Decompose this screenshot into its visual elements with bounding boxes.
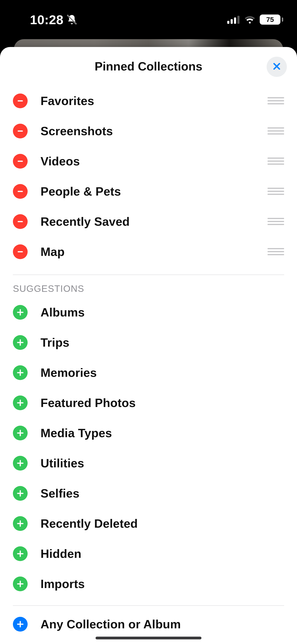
add-button[interactable] bbox=[13, 305, 28, 320]
add-button[interactable] bbox=[13, 396, 28, 410]
remove-button[interactable] bbox=[13, 154, 28, 168]
row-label: Map bbox=[40, 245, 268, 259]
minus-icon bbox=[16, 157, 24, 165]
pinned-row-videos[interactable]: Videos bbox=[0, 146, 297, 176]
suggestion-row-trips[interactable]: Trips bbox=[0, 327, 297, 358]
add-button[interactable] bbox=[13, 546, 28, 561]
pinned-row-screenshots[interactable]: Screenshots bbox=[0, 116, 297, 146]
close-button[interactable] bbox=[266, 57, 287, 77]
suggestion-row-selfies[interactable]: Selfies bbox=[0, 478, 297, 508]
battery-percent: 75 bbox=[260, 16, 280, 24]
svg-rect-5 bbox=[237, 16, 240, 24]
minus-icon bbox=[16, 218, 24, 226]
battery-indicator: 75 bbox=[260, 14, 283, 25]
pinned-row-map[interactable]: Map bbox=[0, 236, 297, 267]
plus-icon bbox=[16, 459, 24, 467]
drag-handle-icon[interactable] bbox=[268, 216, 284, 227]
row-label: Recently Deleted bbox=[40, 517, 284, 530]
drag-handle-icon[interactable] bbox=[268, 126, 284, 136]
row-label: Utilities bbox=[40, 456, 284, 470]
suggestion-row-media-types[interactable]: Media Types bbox=[0, 418, 297, 448]
plus-icon bbox=[16, 550, 24, 558]
do-not-disturb-icon bbox=[66, 14, 77, 25]
row-label: Featured Photos bbox=[40, 396, 284, 410]
suggestion-row-albums[interactable]: Albums bbox=[0, 297, 297, 327]
cellular-signal-icon bbox=[227, 15, 240, 24]
row-label: Recently Saved bbox=[40, 215, 268, 228]
remove-button[interactable] bbox=[13, 214, 28, 229]
wifi-icon bbox=[244, 15, 256, 24]
plus-icon bbox=[16, 429, 24, 437]
status-bar: 10:28 75 bbox=[0, 0, 297, 39]
svg-rect-4 bbox=[234, 18, 236, 24]
close-icon bbox=[272, 62, 281, 72]
plus-icon bbox=[16, 580, 24, 588]
drag-handle-icon[interactable] bbox=[268, 246, 284, 257]
pinned-row-favorites[interactable]: Favorites bbox=[0, 86, 297, 116]
suggestions-header-label: SUGGESTIONS bbox=[13, 284, 84, 294]
pinned-row-people-pets[interactable]: People & Pets bbox=[0, 176, 297, 206]
svg-rect-2 bbox=[227, 21, 229, 24]
plus-icon bbox=[16, 490, 24, 497]
remove-button[interactable] bbox=[13, 244, 28, 259]
svg-rect-11 bbox=[18, 251, 23, 252]
home-indicator[interactable] bbox=[96, 637, 202, 640]
any-collection-row[interactable]: Any Collection or Album bbox=[0, 613, 297, 636]
drag-handle-icon[interactable] bbox=[268, 186, 284, 197]
svg-rect-7 bbox=[18, 130, 23, 132]
minus-icon bbox=[16, 97, 24, 105]
add-button[interactable] bbox=[13, 617, 28, 632]
add-button[interactable] bbox=[13, 335, 28, 350]
plus-icon bbox=[16, 620, 24, 628]
plus-icon bbox=[16, 338, 24, 346]
status-left: 10:28 bbox=[30, 12, 77, 27]
plus-icon bbox=[16, 369, 24, 376]
remove-button[interactable] bbox=[13, 124, 28, 138]
drag-handle-icon[interactable] bbox=[268, 156, 284, 167]
row-label: Media Types bbox=[40, 426, 284, 440]
status-right: 75 bbox=[227, 14, 283, 25]
add-button[interactable] bbox=[13, 426, 28, 440]
suggestions-header: SUGGESTIONS bbox=[0, 275, 297, 297]
svg-rect-8 bbox=[18, 160, 23, 162]
row-label: Favorites bbox=[40, 94, 268, 108]
svg-rect-6 bbox=[18, 100, 23, 101]
suggestion-row-memories[interactable]: Memories bbox=[0, 358, 297, 388]
status-time: 10:28 bbox=[30, 12, 64, 27]
row-label: Any Collection or Album bbox=[40, 617, 284, 631]
minus-icon bbox=[16, 248, 24, 256]
collections-list[interactable]: Favorites Screenshots Videos bbox=[0, 86, 297, 644]
add-button[interactable] bbox=[13, 365, 28, 380]
row-label: Imports bbox=[40, 577, 284, 591]
svg-rect-10 bbox=[18, 221, 23, 222]
pinned-row-recently-saved[interactable]: Recently Saved bbox=[0, 206, 297, 236]
drag-handle-icon[interactable] bbox=[268, 95, 284, 106]
row-label: Trips bbox=[40, 336, 284, 350]
remove-button[interactable] bbox=[13, 94, 28, 108]
row-label: Selfies bbox=[40, 486, 284, 500]
row-label: Hidden bbox=[40, 547, 284, 560]
suggestion-row-featured-photos[interactable]: Featured Photos bbox=[0, 388, 297, 418]
suggestion-row-imports[interactable]: Imports bbox=[0, 569, 297, 599]
section-divider bbox=[13, 605, 284, 606]
suggestion-row-recently-deleted[interactable]: Recently Deleted bbox=[0, 508, 297, 538]
remove-button[interactable] bbox=[13, 184, 28, 199]
minus-icon bbox=[16, 127, 24, 135]
row-label: Albums bbox=[40, 306, 284, 319]
add-button[interactable] bbox=[13, 486, 28, 501]
svg-rect-9 bbox=[18, 191, 23, 192]
minus-icon bbox=[16, 188, 24, 195]
row-label: Screenshots bbox=[40, 124, 268, 138]
plus-icon bbox=[16, 399, 24, 407]
sheet-header: Pinned Collections bbox=[0, 47, 297, 86]
row-label: People & Pets bbox=[40, 184, 268, 198]
add-button[interactable] bbox=[13, 576, 28, 591]
row-label: Videos bbox=[40, 154, 268, 168]
suggestion-row-utilities[interactable]: Utilities bbox=[0, 448, 297, 478]
suggestion-row-hidden[interactable]: Hidden bbox=[0, 538, 297, 569]
plus-icon bbox=[16, 308, 24, 316]
add-button[interactable] bbox=[13, 516, 28, 531]
add-button[interactable] bbox=[13, 456, 28, 470]
plus-icon bbox=[16, 520, 24, 528]
row-label: Memories bbox=[40, 366, 284, 380]
